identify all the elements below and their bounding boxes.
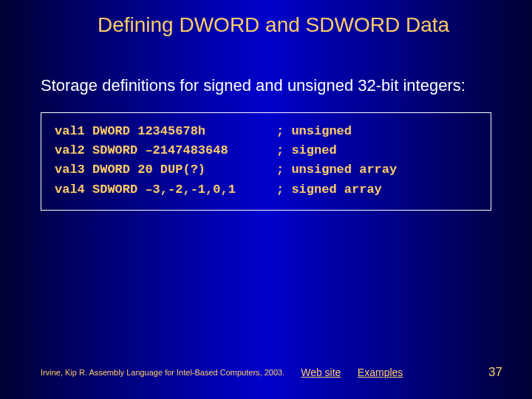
code-decl: val2 SDWORD –2147483648 — [55, 141, 276, 160]
slide-subtitle: Storage definitions for signed and unsig… — [0, 37, 532, 96]
code-line: val3 DWORD 20 DUP(?) ; unsigned array — [55, 160, 477, 180]
slide-footer: Irvine, Kip R. Assembly Language for Int… — [0, 365, 532, 380]
code-comment: ; unsigned array — [276, 160, 397, 180]
page-number: 37 — [488, 365, 502, 380]
footer-links: Web site Examples — [301, 366, 416, 379]
slide-title: Defining DWORD and SDWORD Data — [0, 0, 532, 37]
code-line: val4 SDWORD –3,-2,-1,0,1 ; signed array — [55, 180, 477, 200]
code-line: val2 SDWORD –2147483648 ; signed — [55, 141, 477, 160]
examples-link[interactable]: Examples — [358, 366, 403, 378]
footer-citation: Irvine, Kip R. Assembly Language for Int… — [41, 368, 284, 377]
code-line: val1 DWORD 12345678h ; unsigned — [55, 122, 477, 141]
web-site-link[interactable]: Web site — [301, 366, 341, 378]
code-decl: val4 SDWORD –3,-2,-1,0,1 — [55, 180, 276, 200]
code-comment: ; unsigned — [276, 122, 352, 141]
code-comment: ; signed array — [276, 180, 382, 200]
code-decl: val1 DWORD 12345678h — [55, 122, 276, 141]
code-decl: val3 DWORD 20 DUP(?) — [55, 160, 276, 180]
code-comment: ; signed — [276, 141, 337, 160]
code-block: val1 DWORD 12345678h ; unsigned val2 SDW… — [41, 112, 491, 211]
